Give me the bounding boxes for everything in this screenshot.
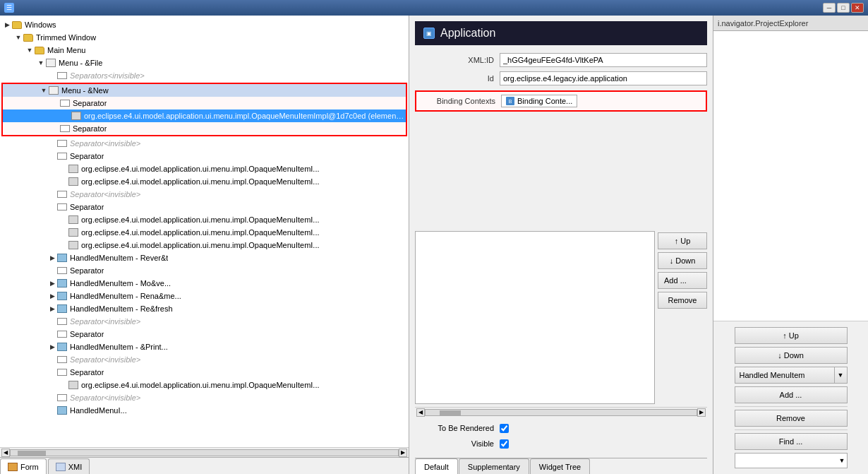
scroll-right-btn[interactable]: ▶	[399, 449, 407, 457]
list-scroll-track[interactable]	[425, 409, 697, 416]
tree-item-sep-4[interactable]: Separator	[0, 201, 409, 213]
visible-row: Visible	[415, 437, 707, 451]
bottom-tabs: Form XMI	[0, 457, 409, 474]
main-list[interactable]	[415, 231, 655, 404]
tree-item-sep-6[interactable]: Separator	[0, 328, 409, 340]
tree-label-trimmed: Trimmed Window	[36, 33, 96, 42]
tree-item-windows[interactable]: ▶ Windows	[0, 18, 409, 31]
list-scroll-left[interactable]: ◀	[416, 408, 425, 417]
h-scrollbar[interactable]: ◀ ▶	[0, 447, 409, 457]
tree-item-handled-last[interactable]: HandledMenuI...	[0, 404, 409, 417]
tab-widget-tree[interactable]: Widget Tree	[530, 458, 590, 474]
fr-up-button[interactable]: ↑ Up	[735, 327, 848, 344]
left-panel: ▶ Windows ▼ Trimmed Window	[0, 16, 409, 474]
app-header: ▣ Application	[415, 21, 707, 45]
add-button[interactable]: Add ...	[658, 272, 707, 289]
tree-label-handled-move: HandledMenuItem - Mo&ve...	[70, 279, 171, 288]
tree-item-handled-move[interactable]: ▶ HandledMenuItem - Mo&ve...	[0, 277, 409, 290]
tree-label-opaque-3: org.eclipse.e4.ui.model.application.ui.m…	[81, 215, 320, 224]
tree-item-menu-new[interactable]: ▼ Menu - &New	[3, 84, 406, 97]
tree-arrow-main-menu: ▼	[25, 46, 34, 54]
highlight-box: ▼ Menu - &New	[1, 83, 407, 136]
tree-item-sep-inv-1[interactable]: Separators<invisible>	[0, 69, 409, 82]
tree-item-handled-refresh[interactable]: ▶ HandledMenuItem - Re&fresh	[0, 302, 409, 315]
tree-item-opaque-5[interactable]: org.eclipse.e4.ui.model.application.ui.m…	[0, 239, 409, 251]
fr-dropdown-arrow-icon: ▼	[839, 457, 845, 464]
tree-item-main-menu[interactable]: ▼ Main Menu	[0, 44, 409, 57]
tree-label-opaque-selected: org.eclipse.e4.ui.model.application.ui.m…	[84, 112, 406, 120]
tree-arrow-menu-new: ▼	[40, 86, 48, 95]
tree-arrow-menu-file: ▼	[37, 59, 45, 67]
xmlid-input[interactable]	[500, 53, 707, 67]
tree-item-opaque-6[interactable]: org.eclipse.e4.ui.model.application.ui.m…	[0, 379, 409, 391]
tree-item-opaque-1[interactable]: org.eclipse.e4.ui.model.application.ui.m…	[0, 162, 409, 175]
arrow-refresh: ▶	[48, 304, 56, 313]
remove-button[interactable]: Remove	[658, 292, 707, 309]
maximize-button[interactable]: □	[837, 3, 850, 13]
tree-item-handled-revert[interactable]: ▶ HandledMenuItem - Rever&t	[0, 251, 409, 264]
tree-item-sep-inv-3[interactable]: Separator<invisible>	[0, 188, 409, 201]
up-button[interactable]: ↑ Up	[658, 232, 707, 249]
tree-item-opaque-selected[interactable]: org.eclipse.e4.ui.model.application.ui.m…	[3, 109, 406, 122]
tree-item-sep-inv-4[interactable]: Separator<invisible>	[0, 315, 409, 328]
list-h-scrollbar[interactable]: ◀ ▶	[415, 407, 707, 417]
tree-item-sep-highlight-1[interactable]: Separator	[3, 97, 406, 109]
tree-label-menu-file: Menu - &File	[59, 59, 102, 67]
tree-item-sep-inv-2[interactable]: Separator<invisible>	[0, 137, 409, 150]
fr-down-button[interactable]: ↓ Down	[735, 347, 848, 364]
tab-xmi[interactable]: XMI	[48, 458, 90, 474]
tab-supplementary[interactable]: Supplementary	[459, 458, 529, 474]
fr-remove-button[interactable]: Remove	[735, 410, 848, 427]
handled-icon-last	[56, 405, 68, 415]
tree-item-sep-7[interactable]: Separator	[0, 366, 409, 379]
fr-find-button[interactable]: Find ...	[735, 433, 848, 450]
separator-icon-inv-4	[56, 316, 68, 326]
close-button[interactable]: ✕	[851, 3, 864, 13]
tree-item-trimmed-window[interactable]: ▼ Trimmed Window	[0, 31, 409, 44]
fr-add-button[interactable]: Add ...	[735, 386, 848, 403]
tree-label-handled-last: HandledMenuI...	[70, 406, 127, 415]
tree-label-sep-inv-2: Separator<invisible>	[70, 139, 140, 148]
opaque-icon-1	[68, 164, 79, 174]
tree-item-handled-rename[interactable]: ▶ HandledMenuItem - Rena&me...	[0, 290, 409, 302]
xmi-tab-icon	[56, 463, 66, 471]
separator-icon-highlight-2	[59, 124, 71, 134]
tab-form[interactable]: Form	[0, 458, 47, 474]
fr-handled-button[interactable]: Handled MenuItem	[735, 367, 835, 384]
visible-checkbox[interactable]	[500, 439, 509, 449]
list-scroll-right[interactable]: ▶	[697, 408, 706, 417]
to-be-rendered-checkbox[interactable]	[500, 424, 509, 433]
separator-icon-3	[56, 151, 68, 161]
folder-icon-main-menu	[34, 45, 45, 55]
xmlid-label: XML:ID	[415, 56, 500, 64]
handled-icon-refresh	[56, 304, 68, 314]
tree-label-sep-highlight-1: Separator	[73, 99, 107, 107]
id-input[interactable]	[500, 71, 707, 85]
tree-container[interactable]: ▶ Windows ▼ Trimmed Window	[0, 16, 409, 447]
tree-item-sep-5[interactable]: Separator	[0, 264, 409, 277]
fr-add-btn-group: Handled MenuItem ▼	[735, 367, 848, 384]
tree-item-opaque-3[interactable]: org.eclipse.e4.ui.model.application.ui.m…	[0, 213, 409, 226]
tree-item-opaque-4[interactable]: org.eclipse.e4.ui.model.application.ui.m…	[0, 226, 409, 239]
tree-item-sep-3[interactable]: Separator	[0, 150, 409, 162]
far-right-list[interactable]	[713, 31, 868, 321]
far-right-header: i.navigator.ProjectExplorer	[713, 16, 868, 31]
scroll-left-btn[interactable]: ◀	[1, 449, 10, 457]
tree-item-sep-inv-6[interactable]: Separator<invisible>	[0, 391, 409, 404]
handled-icon-move	[56, 278, 68, 288]
tree-item-sep-highlight-2[interactable]: Separator	[3, 122, 406, 135]
tree-item-handled-print[interactable]: ▶ HandledMenuItem - &Print...	[0, 340, 409, 353]
tab-form-label: Form	[20, 463, 39, 471]
down-button[interactable]: ↓ Down	[658, 252, 707, 269]
fr-dropdown-select[interactable]: ▼	[735, 453, 848, 468]
tree-label-opaque-6: org.eclipse.e4.ui.model.application.ui.m…	[81, 381, 320, 389]
to-be-rendered-row: To Be Rendered	[415, 421, 707, 435]
app-header-title: Application	[440, 27, 495, 40]
tree-item-sep-inv-5[interactable]: Separator<invisible>	[0, 353, 409, 366]
minimize-button[interactable]: ─	[823, 3, 836, 13]
tree-item-menu-file[interactable]: ▼ Menu - &File	[0, 57, 409, 69]
h-scroll-track[interactable]	[10, 449, 399, 456]
tab-default[interactable]: Default	[415, 458, 458, 474]
tree-item-opaque-2[interactable]: org.eclipse.e4.ui.model.application.ui.m…	[0, 175, 409, 188]
fr-handled-dropdown[interactable]: ▼	[835, 367, 848, 384]
